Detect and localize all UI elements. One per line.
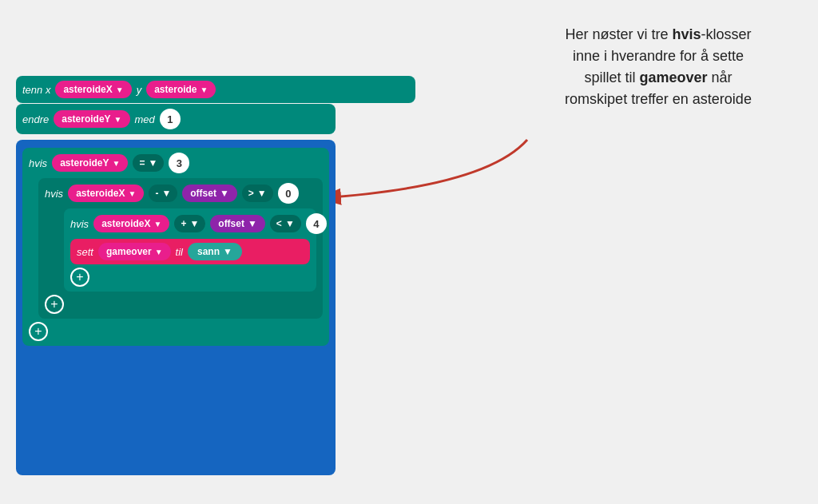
- annotation-box: Her nøster vi tre hvis-klosser inne i hv…: [522, 24, 794, 110]
- sett-var-pill[interactable]: gameover ▼: [98, 243, 171, 260]
- hvis1-row: hvis asteroideY ▼ = ▼ 3: [29, 153, 323, 173]
- dropdown-arrow: ▼: [189, 218, 199, 229]
- hvis2-block: hvis asteroideX ▼ - ▼ offset ▼ >: [38, 178, 323, 319]
- topmost-block: tenn x asteroideX ▼ y asteroide ▼: [16, 76, 415, 103]
- dropdown-arrow: ▼: [161, 188, 171, 199]
- plus-button-mid[interactable]: +: [45, 295, 64, 314]
- sett-label: sett: [77, 246, 93, 258]
- sett-val-pill[interactable]: sann ▼: [188, 243, 242, 260]
- topmost-label: tenn x: [22, 84, 50, 96]
- hvis3-label: hvis: [70, 218, 89, 230]
- dropdown-arrow: ▼: [285, 218, 295, 229]
- hvis3-row: hvis asteroideX ▼ + ▼ offset ▼: [70, 213, 310, 234]
- hvis1-label: hvis: [29, 157, 47, 169]
- endre-value[interactable]: 1: [160, 109, 181, 129]
- dropdown-arrow: ▼: [155, 248, 163, 256]
- plus-button-outer[interactable]: +: [29, 322, 48, 341]
- dropdown-arrow: ▼: [128, 189, 136, 198]
- sett-block: sett gameover ▼ til sann ▼: [70, 239, 310, 264]
- dropdown-arrow: ▼: [148, 157, 157, 169]
- hvis1-op-pill[interactable]: = ▼: [133, 154, 164, 172]
- dropdown-arrow: ▼: [248, 218, 257, 229]
- hvis2-row: hvis asteroideX ▼ - ▼ offset ▼ >: [45, 183, 316, 204]
- hvis3-var2-pill[interactable]: offset ▼: [210, 215, 265, 232]
- dropdown-arrow: ▼: [220, 188, 229, 199]
- topmost-y-label: y: [137, 84, 142, 96]
- hvis3-var-pill[interactable]: asteroideX ▼: [93, 215, 169, 232]
- outer-blue-container: hvis asteroideY ▼ = ▼ 3 hvis ast: [16, 140, 336, 475]
- hvis2-var-pill[interactable]: asteroideX ▼: [68, 185, 144, 202]
- hvis2-value[interactable]: 0: [278, 183, 299, 204]
- hvis3-value[interactable]: 4: [306, 213, 327, 234]
- hvis2-op-pill[interactable]: - ▼: [149, 185, 177, 202]
- endre-med-label: med: [135, 113, 155, 125]
- hvis3-block: hvis asteroideX ▼ + ▼ offset ▼: [64, 208, 316, 292]
- dropdown-arrow: ▼: [112, 159, 120, 168]
- plus-button-inner[interactable]: +: [70, 268, 89, 287]
- hvis2-comp-pill[interactable]: > ▼: [242, 185, 273, 202]
- dropdown-arrow: ▼: [257, 188, 267, 199]
- dropdown-arrow: ▼: [223, 246, 232, 257]
- hvis1-value[interactable]: 3: [169, 153, 189, 173]
- dropdown-arrow: ▼: [116, 85, 124, 94]
- hvis3-comp-pill[interactable]: < ▼: [270, 215, 301, 232]
- topmost-var1-pill[interactable]: asteroideX ▼: [55, 81, 131, 98]
- dropdown-arrow: ▼: [201, 85, 208, 94]
- hvis1-block: hvis asteroideY ▼ = ▼ 3 hvis ast: [22, 148, 329, 346]
- sett-til-label: til: [176, 246, 183, 258]
- hvis3-op-pill[interactable]: + ▼: [174, 215, 205, 232]
- annotation-bold-gameover: gameover: [639, 69, 707, 85]
- endre-label: endre: [22, 113, 49, 125]
- endre-block: endre asteroideY ▼ med 1: [16, 104, 336, 134]
- sett-row: sett gameover ▼ til sann ▼: [77, 243, 304, 260]
- topmost-var2-pill[interactable]: asteroide ▼: [146, 81, 216, 98]
- annotation-text: Her nøster vi tre hvis-klosser inne i hv…: [565, 26, 752, 107]
- hvis1-var-pill[interactable]: asteroideY ▼: [52, 154, 128, 172]
- dropdown-arrow: ▼: [153, 220, 161, 228]
- dropdown-arrow: ▼: [114, 115, 122, 124]
- blocks-area: tenn x asteroideX ▼ y asteroide ▼ endre …: [0, 140, 527, 504]
- annotation-bold-hvis: hvis: [672, 26, 701, 42]
- hvis2-label: hvis: [45, 188, 63, 200]
- endre-var-pill[interactable]: asteroideY ▼: [54, 110, 129, 128]
- hvis2-var2-pill[interactable]: offset ▼: [182, 185, 237, 202]
